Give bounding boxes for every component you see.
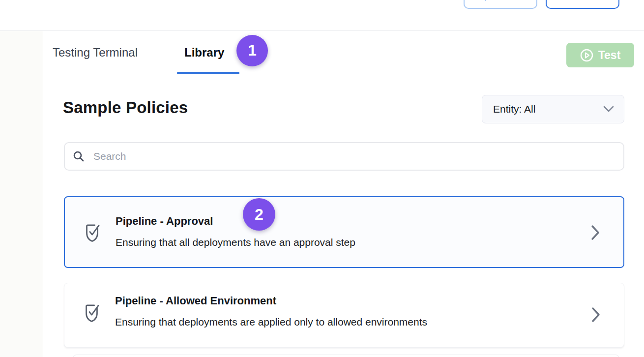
page-title: Sample Policies bbox=[63, 98, 188, 117]
chevron-right-icon bbox=[590, 224, 600, 241]
annotation-badge-2: 2 bbox=[243, 198, 275, 231]
app-window: Save Discard Testing Terminal Library 1 … bbox=[0, 0, 644, 357]
left-sidebar bbox=[0, 31, 43, 357]
shield-check-icon bbox=[82, 301, 102, 324]
policy-title: Pipeline - Approval bbox=[116, 215, 213, 228]
test-button-label: Test bbox=[598, 49, 621, 62]
policy-card-pipeline-allowed-environment[interactable]: Pipeline - Allowed Environment Ensuring … bbox=[64, 283, 624, 348]
policy-description: Ensuring that all deployments have an ap… bbox=[116, 237, 355, 248]
shield-check-icon bbox=[83, 221, 102, 244]
active-tab-underline bbox=[177, 72, 239, 74]
test-button[interactable]: Test bbox=[566, 43, 634, 67]
header-divider bbox=[0, 30, 644, 31]
policy-description: Ensuring that deployments are applied on… bbox=[115, 316, 427, 328]
entity-filter-dropdown[interactable]: Entity: All bbox=[482, 95, 624, 123]
save-button[interactable]: Save bbox=[464, 0, 537, 9]
next-policy-card-partial[interactable] bbox=[73, 355, 619, 357]
discard-button-label: Discard bbox=[563, 0, 603, 3]
play-circle-icon bbox=[580, 49, 593, 62]
chevron-right-icon bbox=[591, 306, 601, 323]
tab-testing-terminal[interactable]: Testing Terminal bbox=[53, 46, 138, 60]
annotation-badge-1: 1 bbox=[236, 35, 268, 66]
discard-button[interactable]: Discard bbox=[546, 0, 619, 9]
policy-title: Pipeline - Allowed Environment bbox=[115, 295, 276, 307]
save-button-label: Save bbox=[491, 0, 516, 3]
search-input[interactable] bbox=[93, 150, 615, 162]
search-box[interactable] bbox=[64, 142, 624, 171]
entity-filter-value: Entity: All bbox=[493, 103, 535, 115]
policy-card-pipeline-approval[interactable]: Pipeline - Approval Ensuring that all de… bbox=[64, 196, 624, 268]
save-icon bbox=[485, 0, 486, 1]
tab-library[interactable]: Library bbox=[184, 46, 224, 60]
search-icon bbox=[73, 150, 85, 162]
chevron-down-icon bbox=[603, 106, 614, 113]
